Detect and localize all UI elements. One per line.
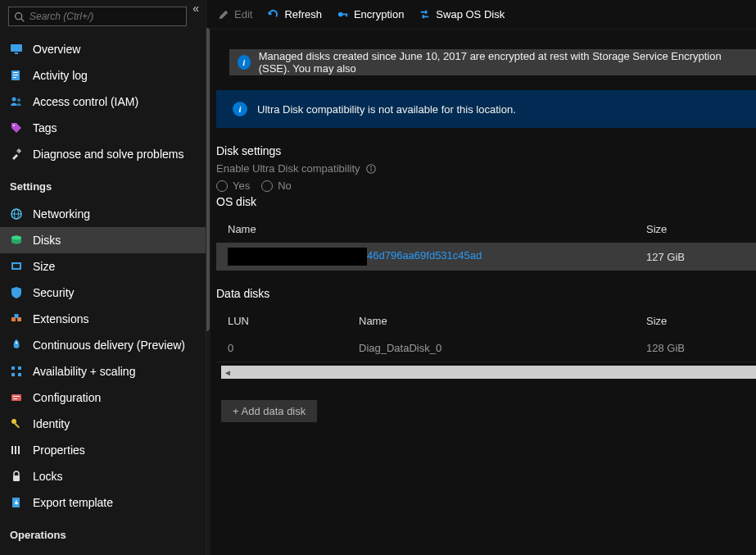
nav-settings: Networking Disks Size Security Extension… — [0, 198, 206, 519]
data-disks-table: LUN Name Size 0 Diag_DataDisk_0 128 GiB — [216, 307, 756, 362]
add-data-disk-button[interactable]: + Add data disk — [221, 400, 317, 422]
svg-line-1 — [21, 18, 24, 20]
add-data-disk-label: + Add data disk — [233, 405, 306, 417]
sidebar-item-label: Properties — [33, 444, 85, 457]
ultra-disk-yes-radio[interactable]: Yes — [216, 180, 250, 192]
sidebar-item-identity[interactable]: Identity — [0, 411, 206, 437]
sidebar-item-extensions[interactable]: Extensions — [0, 306, 206, 332]
svg-rect-27 — [13, 396, 20, 397]
export-icon — [10, 496, 23, 509]
sidebar-item-tags[interactable]: Tags — [0, 115, 206, 141]
radio-circle-icon — [216, 180, 228, 192]
svg-rect-23 — [11, 373, 15, 376]
col-name: Name — [359, 315, 646, 327]
sidebar-item-label: Continuous delivery (Preview) — [33, 339, 185, 352]
info-icon: i — [233, 102, 247, 116]
sidebar-item-diagnose[interactable]: Diagnose and solve problems — [0, 141, 206, 167]
nav-top: Overview Activity log Access control (IA… — [0, 33, 206, 171]
svg-rect-28 — [13, 398, 17, 399]
operations-heading: Operations — [0, 519, 206, 546]
toolbar-label: Swap OS Disk — [436, 8, 505, 20]
refresh-button[interactable]: Refresh — [267, 8, 322, 20]
info-icon: i — [238, 55, 251, 70]
tools-icon — [10, 148, 23, 161]
key-icon — [337, 8, 349, 20]
edit-button[interactable]: Edit — [218, 8, 252, 20]
svg-rect-7 — [13, 77, 16, 78]
svg-point-41 — [370, 166, 371, 166]
sidebar-item-overview[interactable]: Overview — [0, 36, 206, 62]
encryption-button[interactable]: Encryption — [337, 8, 404, 20]
settings-heading: Settings — [0, 171, 206, 198]
ultra-disk-notice: i Ultra Disk compatibility is not availa… — [216, 90, 756, 128]
os-disk-row[interactable]: 46d796aa69fd531c45ad 127 GiB — [216, 243, 756, 271]
table-header: LUN Name Size — [216, 307, 756, 334]
data-disk-size: 128 GiB — [646, 342, 745, 354]
search-input[interactable] — [29, 11, 181, 22]
sidebar-item-label: Export template — [33, 496, 113, 509]
sidebar-item-activity-log[interactable]: Activity log — [0, 62, 206, 89]
sidebar: « Overview Activity log Access control (… — [0, 0, 206, 555]
os-disk-table: Name Size 46d796aa69fd531c45ad 127 GiB — [216, 215, 756, 271]
sidebar-item-availability-scaling[interactable]: Availability + scaling — [0, 358, 206, 384]
sidebar-item-networking[interactable]: Networking — [0, 201, 206, 227]
sidebar-item-label: Security — [33, 286, 75, 299]
sidebar-item-label: Size — [33, 260, 55, 273]
col-lun: LUN — [228, 315, 359, 327]
radio-circle-icon — [261, 180, 273, 192]
sidebar-item-export-template[interactable]: Export template — [0, 489, 206, 516]
data-disk-name: Diag_DataDisk_0 — [359, 342, 646, 354]
shield-icon — [10, 286, 23, 299]
sidebar-item-properties[interactable]: Properties — [0, 437, 206, 463]
sidebar-item-label: Overview — [33, 43, 80, 56]
collapse-sidebar-icon[interactable]: « — [192, 2, 199, 15]
sidebar-item-locks[interactable]: Locks — [0, 463, 206, 489]
disk-icon — [10, 234, 23, 247]
col-size: Size — [646, 315, 745, 327]
sidebar-item-security[interactable]: Security — [0, 280, 206, 306]
svg-point-9 — [17, 98, 20, 102]
svg-rect-32 — [15, 446, 16, 454]
search-input-wrap[interactable] — [8, 7, 187, 26]
svg-rect-31 — [11, 446, 13, 454]
scroll-left-arrow-icon[interactable]: ◄ — [221, 366, 234, 379]
tag-icon — [10, 121, 23, 134]
sidebar-item-label: Availability + scaling — [33, 365, 135, 378]
sidebar-item-label: Activity log — [33, 69, 88, 82]
data-disk-row[interactable]: 0 Diag_DataDisk_0 128 GiB — [216, 334, 756, 362]
info-outline-icon[interactable] — [365, 163, 377, 175]
svg-rect-33 — [18, 446, 20, 454]
log-icon — [10, 69, 23, 82]
toolbar: Edit Refresh Encryption Swap OS Disk — [206, 0, 756, 30]
svg-rect-38 — [346, 14, 347, 17]
sidebar-item-label: Identity — [33, 417, 70, 430]
main-scrollbar[interactable] — [206, 28, 211, 555]
sidebar-item-access-control[interactable]: Access control (IAM) — [0, 89, 206, 115]
horizontal-scrollbar[interactable]: ◄ — [221, 366, 756, 379]
pencil-icon — [218, 9, 229, 20]
ultra-disk-no-radio[interactable]: No — [261, 180, 292, 192]
data-disk-lun: 0 — [228, 342, 359, 354]
svg-rect-26 — [11, 394, 21, 401]
extensions-icon — [10, 312, 23, 325]
scrollbar-thumb[interactable] — [206, 28, 210, 331]
sidebar-item-configuration[interactable]: Configuration — [0, 384, 206, 411]
svg-rect-25 — [18, 373, 21, 376]
sidebar-item-size[interactable]: Size — [0, 253, 206, 280]
refresh-icon — [267, 8, 279, 20]
sidebar-item-label: Diagnose and solve problems — [33, 148, 183, 161]
search-icon — [14, 11, 25, 22]
lock-icon — [10, 470, 23, 483]
svg-rect-2 — [11, 44, 22, 52]
os-disk-name-link[interactable]: 46d796aa69fd531c45ad — [367, 249, 482, 262]
key-icon — [10, 417, 23, 430]
sidebar-item-continuous-delivery[interactable]: Continuous delivery (Preview) — [0, 332, 206, 358]
data-disks-title: Data disks — [216, 287, 756, 300]
sidebar-item-disks[interactable]: Disks — [0, 227, 206, 253]
swap-os-disk-button[interactable]: Swap OS Disk — [419, 8, 505, 20]
toolbar-label: Encryption — [354, 8, 404, 20]
sidebar-item-label: Networking — [33, 207, 90, 221]
svg-point-29 — [11, 419, 16, 424]
size-icon — [10, 260, 23, 273]
disk-settings-title: Disk settings — [216, 144, 756, 157]
